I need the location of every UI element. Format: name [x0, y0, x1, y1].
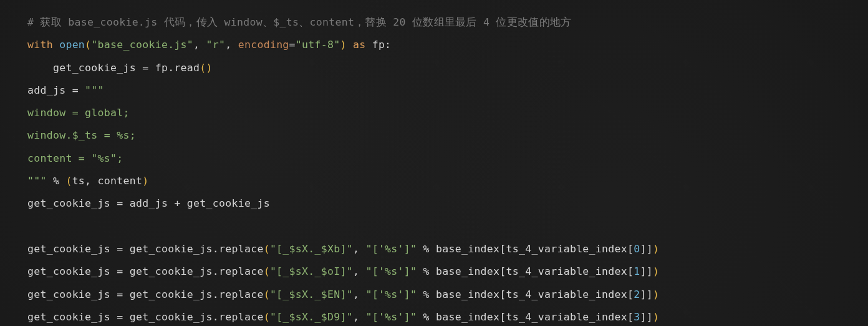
code-comment: # 获取 base_cookie.js 代码，传入 window、$_ts、co…: [27, 16, 572, 28]
string-literal: "[_$sX._$EN]": [270, 289, 353, 300]
expression: % base_index[ts_4_variable_index[: [417, 265, 634, 277]
paren-close: ): [340, 39, 346, 51]
code-editor[interactable]: # 获取 base_cookie.js 代码，传入 window、$_ts、co…: [27, 11, 841, 326]
paren-close: ): [653, 265, 659, 277]
string-content: window = global;: [27, 107, 130, 119]
assignment: get_cookie_js = get_cookie_js.replace: [27, 311, 264, 323]
number-literal: 0: [634, 243, 640, 255]
operator-pct: %: [47, 175, 66, 187]
string-literal: "r": [206, 39, 226, 51]
indent: [27, 62, 53, 74]
string-content: content = "%s";: [27, 152, 123, 164]
expression: % base_index[ts_4_variable_index[: [417, 289, 634, 300]
string-literal: "utf-8": [296, 39, 340, 51]
number-literal: 1: [634, 265, 640, 277]
number-literal: 2: [634, 289, 640, 300]
assignment: get_cookie_js = get_cookie_js.replace: [27, 265, 264, 277]
paren-close: ): [653, 289, 659, 300]
expression: % base_index[ts_4_variable_index[: [417, 311, 634, 323]
bracket-close: ]]: [640, 311, 652, 323]
paren-close: ): [142, 175, 148, 187]
paren-close: ): [653, 311, 659, 323]
number-literal: 3: [634, 311, 640, 323]
paren-close: ): [653, 243, 659, 255]
string-triple: """: [85, 84, 104, 96]
assignment: get_cookie_js = fp.read: [53, 62, 200, 74]
string-literal: "[_$sX._$oI]": [270, 265, 353, 277]
func-open: open: [59, 39, 85, 51]
string-literal: "base_cookie.js": [91, 39, 193, 51]
keyword-as: as: [347, 39, 372, 51]
paren-open: (: [65, 175, 72, 187]
paren-open: (: [85, 39, 91, 51]
paren-open: (: [264, 265, 270, 277]
bracket-close: ]]: [640, 265, 652, 277]
equals: =: [289, 39, 296, 51]
assignment: add_js =: [27, 84, 85, 96]
comma: ,: [193, 39, 206, 51]
paren-open: (: [264, 243, 270, 255]
string-literal: "[_$sX._$Xb]": [270, 243, 353, 255]
paren-open: (: [264, 289, 270, 300]
string-triple: """: [27, 175, 47, 187]
comma: ,: [353, 311, 365, 323]
string-literal: "['%s']": [365, 243, 417, 255]
identifier: content: [98, 175, 143, 187]
assignment: get_cookie_js = get_cookie_js.replace: [27, 289, 264, 300]
assignment: get_cookie_js = get_cookie_js.replace: [27, 243, 264, 255]
param-encoding: encoding: [238, 39, 289, 51]
string-literal: "[_$sX._$D9]": [270, 311, 353, 323]
string-content: window.$_ts = %s;: [27, 129, 136, 141]
expression: % base_index[ts_4_variable_index[: [417, 243, 634, 255]
comma: ,: [353, 289, 365, 300]
string-literal: "['%s']": [365, 311, 417, 323]
paren-open: (: [200, 62, 206, 74]
paren-open: (: [264, 311, 270, 323]
comma: ,: [353, 265, 365, 277]
comma: ,: [353, 243, 365, 255]
keyword-with: with: [27, 39, 53, 51]
comma: ,: [225, 39, 238, 51]
identifier: ts: [72, 175, 85, 187]
bracket-close: ]]: [640, 289, 652, 300]
paren-close: ): [206, 62, 213, 74]
string-literal: "['%s']": [365, 265, 417, 277]
string-literal: "['%s']": [365, 289, 417, 300]
assignment: get_cookie_js = add_js + get_cookie_js: [27, 197, 270, 209]
bracket-close: ]]: [640, 243, 652, 255]
identifier: fp:: [372, 39, 392, 51]
comma: ,: [85, 175, 97, 187]
